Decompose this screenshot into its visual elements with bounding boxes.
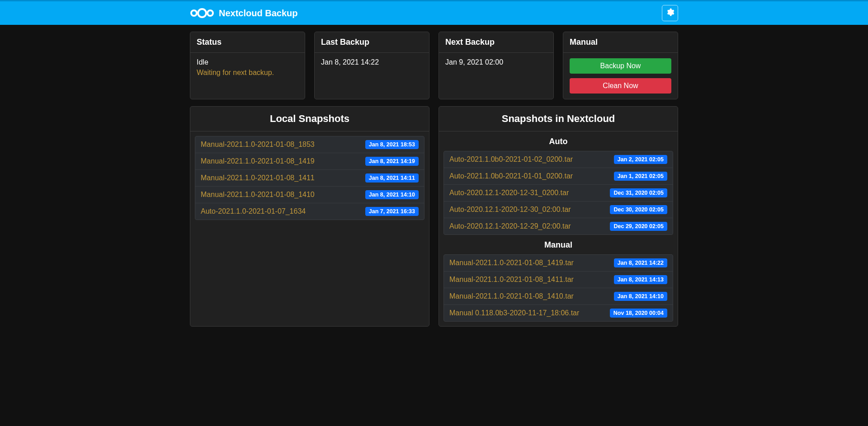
- local-snapshot-item[interactable]: Auto-2021.1.0-2021-01-07_1634Jan 7, 2021…: [195, 203, 424, 220]
- auto-snapshot-item-date-badge: Jan 1, 2021 02:05: [614, 172, 667, 181]
- svg-point-1: [198, 9, 206, 17]
- next-backup-heading: Next Backup: [439, 32, 553, 53]
- local-snapshot-item[interactable]: Manual-2021.1.0-2021-01-08_1853Jan 8, 20…: [195, 136, 424, 153]
- auto-snapshot-item-date-badge: Jan 2, 2021 02:05: [614, 155, 667, 164]
- manual-snapshot-item[interactable]: Manual-2021.1.0-2021-01-08_1410.tarJan 8…: [444, 288, 673, 305]
- next-backup-value: Jan 9, 2021 02:00: [445, 58, 547, 66]
- local-snapshot-item-date-badge: Jan 8, 2021 14:11: [365, 173, 419, 183]
- last-backup-card: Last Backup Jan 8, 2021 14:22: [314, 32, 429, 99]
- auto-section-title: Auto: [439, 131, 678, 151]
- auto-snapshots-list: Auto-2021.1.0b0-2021-01-02_0200.tarJan 2…: [443, 151, 673, 235]
- nextcloud-snapshots-panel: Snapshots in Nextcloud Auto Auto-2021.1.…: [439, 106, 678, 327]
- local-snapshots-list: Manual-2021.1.0-2021-01-08_1853Jan 8, 20…: [195, 136, 425, 220]
- brand: Nextcloud Backup: [190, 8, 297, 19]
- app-header: Nextcloud Backup: [0, 1, 868, 25]
- nextcloud-logo-icon: [190, 8, 214, 19]
- auto-snapshot-item-name: Auto-2021.1.0b0-2021-01-01_0200.tar: [449, 172, 573, 180]
- backup-now-button[interactable]: Backup Now: [570, 58, 671, 74]
- local-snapshot-item[interactable]: Manual-2021.1.0-2021-01-08_1419Jan 8, 20…: [195, 153, 424, 170]
- local-snapshots-panel: Local Snapshots Manual-2021.1.0-2021-01-…: [190, 106, 429, 327]
- settings-button[interactable]: [662, 5, 678, 21]
- svg-point-2: [208, 10, 213, 16]
- main-container: Status Idle Waiting for next backup. Las…: [185, 25, 683, 333]
- clean-now-button[interactable]: Clean Now: [570, 78, 671, 94]
- manual-snapshot-item-name: Manual-2021.1.0-2021-01-08_1419.tar: [449, 259, 574, 267]
- manual-snapshot-item-name: Manual-2021.1.0-2021-01-08_1410.tar: [449, 292, 574, 300]
- local-snapshot-item-date-badge: Jan 8, 2021 14:10: [365, 190, 419, 199]
- local-snapshot-item-date-badge: Jan 8, 2021 14:19: [365, 157, 419, 166]
- local-snapshot-item-name: Manual-2021.1.0-2021-01-08_1411: [201, 174, 315, 182]
- manual-snapshots-list: Manual-2021.1.0-2021-01-08_1419.tarJan 8…: [443, 254, 673, 322]
- manual-snapshot-item-date-badge: Nov 18, 2020 00:04: [610, 309, 667, 318]
- snapshots-row: Local Snapshots Manual-2021.1.0-2021-01-…: [190, 106, 678, 327]
- manual-snapshot-item[interactable]: Manual-2021.1.0-2021-01-08_1411.tarJan 8…: [444, 272, 673, 288]
- auto-snapshot-item-name: Auto-2020.12.1-2020-12-30_02:00.tar: [449, 206, 571, 214]
- status-heading: Status: [190, 32, 305, 53]
- auto-snapshot-item[interactable]: Auto-2021.1.0b0-2021-01-01_0200.tarJan 1…: [444, 168, 673, 185]
- local-snapshot-item-date-badge: Jan 8, 2021 18:53: [365, 140, 419, 149]
- status-message: Waiting for next backup.: [197, 69, 298, 77]
- local-snapshot-item-name: Manual-2021.1.0-2021-01-08_1419: [201, 157, 315, 165]
- auto-snapshot-item-date-badge: Dec 31, 2020 02:05: [610, 188, 667, 197]
- auto-snapshot-item[interactable]: Auto-2020.12.1-2020-12-29_02:00.tarDec 2…: [444, 218, 673, 234]
- last-backup-value: Jan 8, 2021 14:22: [321, 58, 423, 66]
- auto-snapshot-item[interactable]: Auto-2021.1.0b0-2021-01-02_0200.tarJan 2…: [444, 151, 673, 168]
- manual-snapshot-item[interactable]: Manual-2021.1.0-2021-01-08_1419.tarJan 8…: [444, 255, 673, 272]
- manual-snapshot-item-name: Manual-2021.1.0-2021-01-08_1411.tar: [449, 276, 574, 284]
- status-value: Idle: [197, 58, 298, 66]
- auto-snapshot-item-date-badge: Dec 30, 2020 02:05: [610, 205, 667, 214]
- local-snapshot-item-name: Auto-2021.1.0-2021-01-07_1634: [201, 207, 306, 215]
- auto-snapshot-item-name: Auto-2020.12.1-2020-12-31_0200.tar: [449, 189, 569, 197]
- last-backup-heading: Last Backup: [315, 32, 429, 53]
- auto-snapshot-item-name: Auto-2020.12.1-2020-12-29_02:00.tar: [449, 222, 571, 230]
- nextcloud-snapshots-title: Snapshots in Nextcloud: [439, 107, 678, 131]
- manual-heading: Manual: [563, 32, 678, 53]
- auto-snapshot-item-date-badge: Dec 29, 2020 02:05: [610, 222, 667, 231]
- next-backup-card: Next Backup Jan 9, 2021 02:00: [439, 32, 554, 99]
- manual-snapshot-item-date-badge: Jan 8, 2021 14:10: [614, 292, 667, 301]
- manual-snapshot-item-date-badge: Jan 8, 2021 14:22: [614, 258, 667, 267]
- local-snapshot-item[interactable]: Manual-2021.1.0-2021-01-08_1411Jan 8, 20…: [195, 170, 424, 187]
- manual-snapshot-item-date-badge: Jan 8, 2021 14:13: [614, 275, 667, 284]
- local-snapshots-title: Local Snapshots: [190, 107, 429, 131]
- status-card: Status Idle Waiting for next backup.: [190, 32, 305, 99]
- gears-icon: [665, 8, 675, 19]
- manual-snapshot-item[interactable]: Manual 0.118.0b3-2020-11-17_18:06.tarNov…: [444, 305, 673, 321]
- manual-card: Manual Backup Now Clean Now: [563, 32, 678, 99]
- status-row: Status Idle Waiting for next backup. Las…: [190, 32, 678, 99]
- auto-snapshot-item[interactable]: Auto-2020.12.1-2020-12-31_0200.tarDec 31…: [444, 185, 673, 201]
- local-snapshot-item[interactable]: Manual-2021.1.0-2021-01-08_1410Jan 8, 20…: [195, 187, 424, 203]
- local-snapshot-item-name: Manual-2021.1.0-2021-01-08_1410: [201, 191, 315, 199]
- auto-snapshot-item[interactable]: Auto-2020.12.1-2020-12-30_02:00.tarDec 3…: [444, 201, 673, 218]
- manual-section-title: Manual: [439, 235, 678, 254]
- local-snapshot-item-date-badge: Jan 7, 2021 16:33: [365, 207, 419, 216]
- auto-snapshot-item-name: Auto-2021.1.0b0-2021-01-02_0200.tar: [449, 155, 573, 164]
- svg-point-0: [191, 10, 197, 16]
- local-snapshot-item-name: Manual-2021.1.0-2021-01-08_1853: [201, 140, 315, 149]
- manual-snapshot-item-name: Manual 0.118.0b3-2020-11-17_18:06.tar: [449, 309, 579, 317]
- app-title: Nextcloud Backup: [219, 8, 297, 19]
